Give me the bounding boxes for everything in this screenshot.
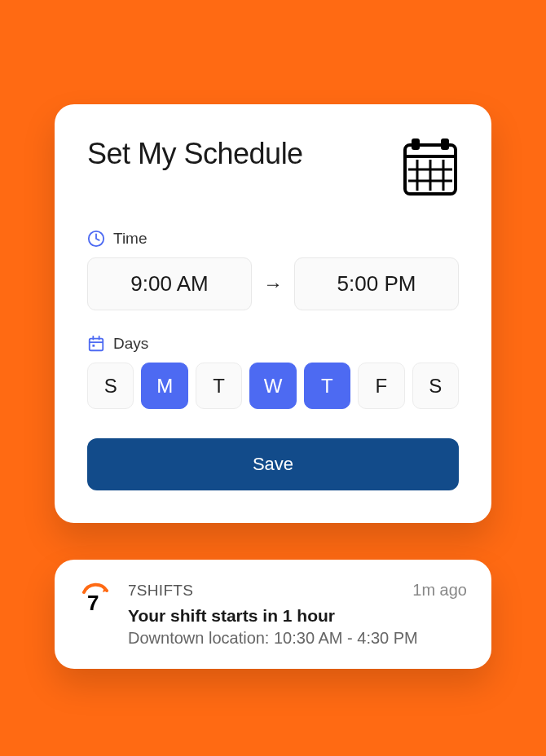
days-row: SMTWTFS: [87, 363, 459, 409]
svg-rect-10: [90, 339, 103, 351]
day-toggle-0[interactable]: S: [87, 363, 134, 409]
day-toggle-6[interactable]: S: [412, 363, 459, 409]
day-toggle-1[interactable]: M: [141, 363, 187, 409]
days-label: Days: [113, 335, 148, 353]
svg-text:7: 7: [87, 591, 99, 615]
time-label: Time: [113, 230, 148, 248]
arrow-right-icon: →: [263, 273, 283, 296]
notification-header: 7SHIFTS 1m ago: [128, 581, 467, 600]
days-label-row: Days: [87, 335, 459, 353]
day-toggle-4[interactable]: T: [304, 363, 350, 409]
notification-timestamp: 1m ago: [412, 581, 467, 600]
svg-rect-2: [441, 138, 449, 150]
svg-rect-1: [412, 138, 420, 150]
card-header: Set My Schedule: [87, 137, 459, 197]
notification-title: Your shift starts in 1 hour: [128, 606, 467, 626]
svg-rect-14: [92, 345, 95, 347]
notification-body: 7SHIFTS 1m ago Your shift starts in 1 ho…: [128, 581, 467, 648]
clock-icon: [87, 230, 105, 248]
time-label-row: Time: [87, 230, 459, 248]
save-button[interactable]: Save: [87, 438, 459, 490]
schedule-card: Set My Schedule Time 9:00 AM → 5:00 PM: [55, 104, 491, 523]
notification-card[interactable]: 7 7SHIFTS 1m ago Your shift starts in 1 …: [55, 560, 491, 669]
notification-detail: Downtown location: 10:30 AM - 4:30 PM: [128, 629, 467, 648]
start-time-input[interactable]: 9:00 AM: [87, 257, 252, 310]
notification-app-name: 7SHIFTS: [128, 582, 193, 600]
page-title: Set My Schedule: [87, 137, 303, 171]
day-toggle-3[interactable]: W: [249, 363, 296, 409]
calendar-large-icon: [402, 137, 459, 197]
end-time-input[interactable]: 5:00 PM: [294, 257, 459, 310]
day-toggle-2[interactable]: T: [196, 363, 242, 409]
day-toggle-5[interactable]: F: [358, 363, 404, 409]
7shifts-logo-icon: 7: [79, 582, 112, 615]
calendar-small-icon: [87, 335, 105, 353]
time-row: 9:00 AM → 5:00 PM: [87, 257, 459, 310]
